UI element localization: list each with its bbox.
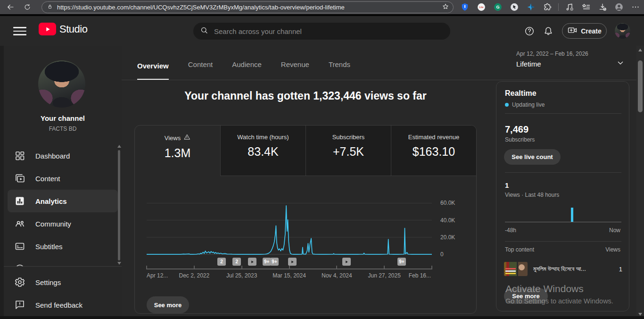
collections-icon[interactable]	[579, 1, 593, 13]
channel-search[interactable]	[193, 23, 450, 40]
refresh-button[interactable]	[21, 1, 34, 13]
sidebar-scrollbar[interactable]	[118, 150, 120, 260]
see-more-button[interactable]: See more	[147, 296, 189, 313]
url-text[interactable]: https://studio.youtube.com/channel/UCQsv…	[57, 4, 442, 11]
x-axis-tick	[289, 266, 290, 269]
views-line-chart[interactable]	[147, 192, 432, 255]
tab-content[interactable]: Content	[188, 60, 213, 80]
metric-value: $163.10	[413, 145, 455, 159]
sidebar-item-label: Dashboard	[35, 152, 70, 160]
video-marker-count[interactable]: 2	[232, 258, 241, 266]
subtitles-icon	[14, 241, 25, 252]
help-icon[interactable]	[523, 25, 536, 37]
tab-revenue[interactable]: Revenue	[281, 60, 309, 80]
video-marker-play[interactable]	[248, 258, 256, 266]
video-marker-play[interactable]	[288, 258, 297, 266]
views-column-label: Views	[605, 246, 620, 253]
page-scrollbar[interactable]	[636, 46, 644, 319]
sidebar-item-settings[interactable]: Settings	[4, 271, 122, 294]
back-button[interactable]	[4, 1, 17, 13]
x-axis-label: Jun 27, 2025	[368, 272, 400, 279]
y-axis-label: 20.0K	[440, 234, 455, 241]
sidebar-item-label: Content	[35, 175, 60, 183]
sidebar: Your channel FACTS BD DashboardContentAn…	[4, 46, 122, 319]
account-avatar[interactable]	[615, 23, 630, 39]
scroll-up-icon[interactable]	[638, 49, 642, 51]
search-input[interactable]	[214, 27, 421, 35]
browser-profile-icon[interactable]	[612, 1, 626, 13]
sidebar-item-subtitles[interactable]: Subtitles	[4, 235, 122, 258]
overview-chart-card: Views1.3MWatch time (hours)83.4KSubscrib…	[134, 125, 477, 314]
adblock-shield-icon[interactable]	[458, 1, 471, 13]
scroll-down-icon[interactable]	[638, 313, 642, 316]
extensions-puzzle-icon[interactable]	[541, 1, 554, 13]
realtime-live-status: Updating live	[505, 101, 545, 108]
tab-tool-extension-icon[interactable]	[508, 1, 521, 13]
tab-trends[interactable]: Trends	[329, 60, 350, 80]
see-live-count-button[interactable]: See live count	[504, 149, 561, 165]
sidebar-scroll-up-icon[interactable]	[117, 145, 121, 148]
lock-icon	[47, 3, 53, 12]
scrollbar-thumb[interactable]	[638, 60, 643, 112]
browser-menu-icon[interactable]	[629, 1, 642, 13]
hamburger-menu-icon[interactable]	[13, 25, 26, 37]
create-button-label: Create	[581, 27, 602, 35]
screen: https://studio.youtube.com/channel/UCQsv…	[0, 0, 644, 319]
video-marker-count[interactable]: 9+	[270, 258, 279, 266]
realtime-divider	[505, 241, 621, 242]
chevron-down-icon[interactable]	[614, 56, 627, 69]
sidebar-item-send-feedback[interactable]: Send feedback	[4, 294, 122, 316]
bookmark-star-icon[interactable]	[442, 3, 449, 12]
notifications-bell-icon[interactable]	[542, 25, 554, 37]
tab-audience[interactable]: Audience	[232, 60, 262, 80]
realtime-bar[interactable]	[571, 208, 573, 222]
sidebar-item-community[interactable]: Community	[4, 212, 122, 235]
tab-overview[interactable]: Overview	[137, 62, 169, 80]
realtime-see-more-button[interactable]: See more	[504, 288, 548, 304]
media-controls-icon[interactable]	[563, 1, 576, 13]
metric-label: Watch time (hours)	[237, 134, 289, 141]
settings-icon	[14, 277, 25, 288]
top-content-label: Top content	[505, 246, 534, 253]
address-bar[interactable]: https://studio.youtube.com/channel/UCQsv…	[41, 1, 454, 13]
video-marker-play[interactable]	[342, 258, 351, 266]
sidebar-item-label: Community	[35, 220, 71, 228]
analytics-icon	[14, 195, 25, 207]
realtime-views-count: 1	[505, 181, 509, 189]
sparkle-extension-icon[interactable]	[524, 1, 537, 13]
sidebar-item-analytics[interactable]: Analytics	[8, 190, 118, 212]
x-axis-tick	[241, 266, 242, 269]
youtube-play-icon	[39, 23, 56, 35]
metric-tab-subscribers[interactable]: Subscribers+7.5K	[305, 126, 391, 176]
svg-text:G: G	[496, 5, 499, 9]
metric-value: 83.4K	[248, 145, 278, 159]
lite-extension-icon[interactable]: Lite	[475, 1, 488, 13]
grammarly-extension-icon[interactable]: G	[491, 1, 504, 13]
downloads-icon[interactable]	[596, 1, 609, 13]
metric-tab-watch-time-hours-[interactable]: Watch time (hours)83.4K	[220, 126, 305, 176]
top-content-row[interactable]: মুসলিম উম্মাহ হিসেবে আ...1	[504, 260, 622, 278]
realtime-card: Realtime Updating live 7,469 Subscribers…	[496, 81, 629, 311]
metric-tab-views[interactable]: Views1.3M	[135, 126, 220, 176]
video-marker-count[interactable]: 9+	[263, 258, 271, 266]
sidebar-item-dashboard[interactable]: Dashboard	[4, 144, 122, 167]
studio-logo[interactable]: Studio	[39, 23, 87, 35]
metric-value: +7.5K	[333, 145, 364, 159]
community-icon	[14, 218, 25, 229]
video-marker-count[interactable]: 2	[217, 258, 226, 266]
video-thumbnail[interactable]	[504, 262, 528, 276]
video-marker-count[interactable]: 9+	[397, 258, 406, 266]
create-video-icon	[567, 25, 578, 37]
x-axis-tick	[431, 266, 432, 269]
sidebar-item-content[interactable]: Content	[4, 167, 122, 190]
create-button[interactable]: Create	[562, 23, 607, 39]
metric-tab-estimated-revenue[interactable]: Estimated revenue$163.10	[391, 126, 476, 176]
sidebar-item-copyright[interactable]: Copyright	[4, 258, 122, 266]
realtime-title: Realtime	[505, 89, 537, 98]
content-icon	[14, 173, 25, 184]
metric-label: Subscribers	[332, 134, 365, 141]
channel-avatar[interactable]	[38, 60, 85, 108]
tabbar-divider	[122, 80, 636, 80]
sidebar-scroll-down-icon[interactable]	[117, 262, 121, 265]
toolbar-divider	[558, 3, 559, 11]
